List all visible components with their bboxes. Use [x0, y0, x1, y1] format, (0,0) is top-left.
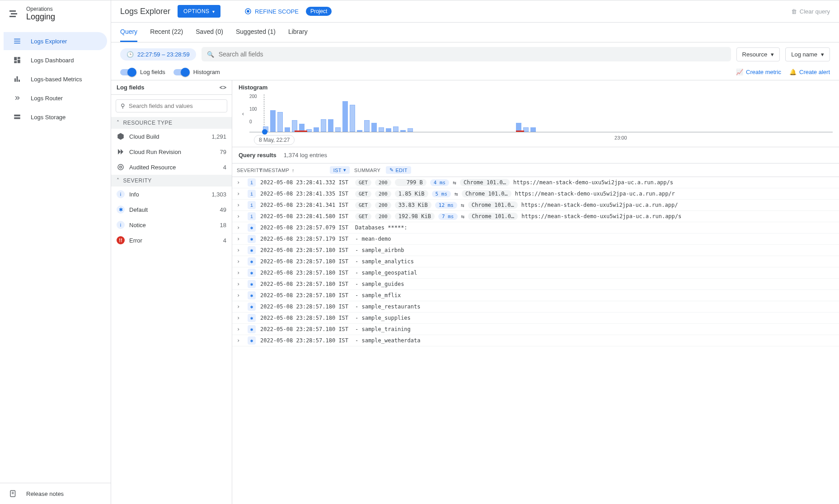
- histogram-bar[interactable]: [357, 130, 362, 132]
- log-row[interactable]: › i 2022-05-08 23:28:41.341 IST GET 200 …: [232, 200, 839, 211]
- field-row-severity[interactable]: ✱Default49: [111, 202, 232, 217]
- log-row[interactable]: › i 2022-05-08 23:28:41.335 IST GET 200 …: [232, 188, 839, 200]
- expand-row-icon[interactable]: ›: [237, 213, 243, 219]
- log-row[interactable]: › ✱ 2022-05-08 23:28:57.180 IST - sample…: [232, 279, 839, 290]
- log-row[interactable]: › i 2022-05-08 23:28:41.580 IST GET 200 …: [232, 211, 839, 222]
- trace-icon[interactable]: ⇆: [461, 202, 464, 209]
- log-fields-title: Log fields: [117, 84, 144, 91]
- col-severity[interactable]: SEVERITY: [237, 168, 255, 173]
- expand-row-icon[interactable]: ›: [237, 191, 243, 197]
- log-row[interactable]: › ✱ 2022-05-08 23:28:57.180 IST - sample…: [232, 335, 839, 346]
- log-row[interactable]: › ✱ 2022-05-08 23:28:57.180 IST - sample…: [232, 290, 839, 301]
- user-agent-badge: Chrome 101.0…: [462, 190, 511, 197]
- histogram-prev-button[interactable]: ‹: [239, 94, 248, 132]
- field-row-severity[interactable]: iNotice18: [111, 217, 232, 233]
- search-all-fields[interactable]: 🔍: [202, 47, 731, 61]
- release-notes-link[interactable]: Release notes: [0, 483, 111, 504]
- sidebar-item-logs-explorer[interactable]: Logs Explorer: [4, 32, 107, 50]
- histogram-bar[interactable]: [285, 127, 290, 132]
- create-alert-button[interactable]: 🔔 Create alert: [789, 69, 830, 75]
- log-row[interactable]: › ✱ 2022-05-08 23:28:57.079 IST Database…: [232, 222, 839, 233]
- trace-icon[interactable]: ⇆: [453, 179, 456, 186]
- expand-row-icon[interactable]: ›: [237, 247, 243, 253]
- timezone-dropdown[interactable]: IST▾: [330, 166, 350, 174]
- log-name-dropdown[interactable]: Log name ▾: [785, 47, 830, 61]
- histogram-bar[interactable]: [379, 127, 384, 132]
- expand-row-icon[interactable]: ›: [237, 303, 243, 310]
- histogram-bar[interactable]: [350, 105, 355, 132]
- field-row-label: Info: [129, 191, 139, 198]
- sidebar-item-logs-router[interactable]: Logs Router: [4, 89, 107, 107]
- log-row[interactable]: › ✱ 2022-05-08 23:28:57.179 IST - mean-d…: [232, 233, 839, 245]
- expand-row-icon[interactable]: ›: [237, 236, 243, 242]
- histogram-bar[interactable]: [371, 123, 377, 132]
- tab-library[interactable]: Library: [288, 23, 308, 42]
- expand-row-icon[interactable]: ›: [237, 292, 243, 299]
- log-row[interactable]: › ✱ 2022-05-08 23:28:57.180 IST - sample…: [232, 256, 839, 267]
- histogram-bar[interactable]: [335, 127, 341, 132]
- log-row[interactable]: › ✱ 2022-05-08 23:28:57.180 IST - sample…: [232, 301, 839, 313]
- resource-dropdown[interactable]: Resource ▾: [736, 47, 780, 61]
- trace-icon[interactable]: ⇆: [455, 191, 458, 197]
- col-summary[interactable]: SUMMARY: [354, 168, 380, 173]
- group-severity[interactable]: ˄ SEVERITY: [111, 175, 232, 187]
- log-row[interactable]: › ✱ 2022-05-08 23:28:57.180 IST - sample…: [232, 324, 839, 335]
- field-row-resource[interactable]: Cloud Run Revision79: [111, 144, 232, 159]
- histogram-bar[interactable]: [400, 130, 406, 132]
- histogram-bar[interactable]: [342, 101, 348, 132]
- expand-row-icon[interactable]: ›: [237, 315, 243, 321]
- options-button[interactable]: OPTIONS ▾: [178, 5, 220, 18]
- log-row[interactable]: › ✱ 2022-05-08 23:28:57.180 IST - sample…: [232, 313, 839, 324]
- expand-row-icon[interactable]: ›: [237, 326, 243, 332]
- clear-query-button[interactable]: 🗑 Clear query: [791, 8, 830, 15]
- fields-search-input[interactable]: [129, 103, 222, 109]
- expand-row-icon[interactable]: ›: [237, 202, 243, 208]
- tab-recent[interactable]: Recent (22): [150, 23, 183, 42]
- histogram-bar[interactable]: [277, 112, 283, 132]
- trace-icon[interactable]: ⇆: [461, 213, 465, 220]
- edit-summary-button[interactable]: ✎EDIT: [386, 166, 411, 174]
- histogram-bar[interactable]: [270, 110, 276, 132]
- log-row[interactable]: › ✱ 2022-05-08 23:28:57.180 IST - sample…: [232, 267, 839, 279]
- expand-row-icon[interactable]: ›: [237, 258, 243, 265]
- field-row-severity[interactable]: iInfo1,303: [111, 187, 232, 202]
- time-range-chip[interactable]: 🕒 22:27:59 – 23:28:59: [120, 48, 196, 61]
- log-row[interactable]: › i 2022-05-08 23:28:41.332 IST GET 200 …: [232, 177, 839, 188]
- group-resource-type[interactable]: ˄ RESOURCE TYPE: [111, 117, 232, 129]
- expand-row-icon[interactable]: ›: [237, 337, 243, 344]
- histogram-bar[interactable]: [408, 128, 413, 132]
- expand-row-icon[interactable]: ›: [237, 179, 243, 186]
- histogram-chart[interactable]: 200 100 0: [249, 94, 833, 132]
- histogram-bar[interactable]: [314, 127, 319, 132]
- expand-row-icon[interactable]: ›: [237, 224, 243, 231]
- refine-scope-button[interactable]: REFINE SCOPE: [244, 7, 299, 15]
- field-row-severity[interactable]: !!Error4: [111, 233, 232, 248]
- histogram-bar[interactable]: [328, 119, 333, 132]
- create-metric-button[interactable]: 📈 Create metric: [736, 69, 781, 75]
- expand-row-icon[interactable]: ›: [237, 281, 243, 287]
- sidebar-item-logs-dashboard[interactable]: Logs Dashboard: [4, 51, 107, 69]
- sidebar-item-logs-storage[interactable]: Logs Storage: [4, 108, 107, 126]
- log-text: - sample_weatherdata: [355, 337, 421, 344]
- field-row-resource[interactable]: Audited Resource4: [111, 159, 232, 175]
- log-row[interactable]: › ✱ 2022-05-08 23:28:57.180 IST - sample…: [232, 245, 839, 256]
- expand-row-icon[interactable]: ›: [237, 270, 243, 276]
- tab-saved[interactable]: Saved (0): [196, 23, 223, 42]
- toggle-histogram[interactable]: Histogram: [173, 69, 220, 75]
- histogram-bar[interactable]: [393, 126, 398, 132]
- search-input[interactable]: [219, 51, 726, 58]
- histogram-bar[interactable]: [364, 120, 370, 132]
- histogram-bar[interactable]: [321, 119, 326, 132]
- code-icon[interactable]: <>: [220, 84, 226, 91]
- field-row-resource[interactable]: Cloud Build1,291: [111, 129, 232, 144]
- sort-asc-icon[interactable]: ↑: [292, 168, 295, 173]
- col-timestamp[interactable]: TIMESTAMP: [259, 168, 289, 173]
- toggle-log-fields[interactable]: Log fields: [120, 69, 165, 75]
- tab-query[interactable]: Query: [120, 23, 137, 42]
- tab-suggested[interactable]: Suggested (1): [236, 23, 276, 42]
- sidebar-item-logs-metrics[interactable]: Logs-based Metrics: [4, 70, 107, 88]
- fields-search[interactable]: ⚲: [116, 99, 227, 112]
- histogram-bar[interactable]: [530, 127, 536, 132]
- scope-pill[interactable]: Project: [306, 7, 332, 16]
- histogram-bar[interactable]: [386, 128, 391, 132]
